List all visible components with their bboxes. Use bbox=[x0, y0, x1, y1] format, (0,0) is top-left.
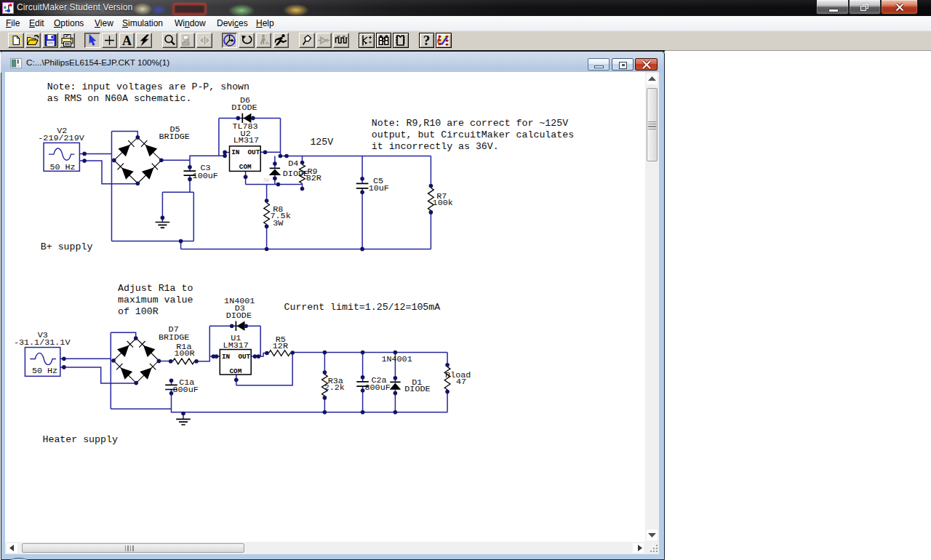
svg-text:D4: D4 bbox=[288, 159, 298, 169]
svg-text:12R: 12R bbox=[273, 341, 288, 351]
svg-text:it incorrectly as 36V.: it incorrectly as 36V. bbox=[372, 141, 499, 152]
svg-text:800uF: 800uF bbox=[365, 383, 391, 393]
svg-text:OUT: OUT bbox=[238, 353, 250, 361]
svg-text:DIODE: DIODE bbox=[226, 311, 252, 321]
svg-text:as RMS on N60A schematic.: as RMS on N60A schematic. bbox=[47, 93, 192, 104]
svg-text:47: 47 bbox=[456, 377, 466, 387]
svg-text:output, but CircuitMaker calcu: output, but CircuitMaker calculates bbox=[372, 129, 574, 140]
svg-text:50 Hz: 50 Hz bbox=[32, 366, 57, 376]
svg-text:-219/219V: -219/219V bbox=[38, 133, 84, 143]
svg-text:-31.1/31.1V: -31.1/31.1V bbox=[14, 337, 71, 348]
svg-text:Current limit=1.25/12=105mA: Current limit=1.25/12=105mA bbox=[284, 302, 441, 313]
svg-text:100k: 100k bbox=[433, 198, 453, 208]
svg-text:DIODE: DIODE bbox=[404, 384, 430, 394]
svg-text:Adjust R1a to: Adjust R1a to bbox=[118, 283, 193, 294]
svg-text:A: A bbox=[122, 33, 132, 47]
svg-text:DIODE: DIODE bbox=[283, 169, 308, 179]
svg-text:Note: R9,R10 are correct for ~: Note: R9,R10 are correct for ~125V bbox=[372, 118, 568, 129]
svg-text:50 Hz: 50 Hz bbox=[49, 162, 75, 172]
svg-text:OUT: OUT bbox=[248, 148, 260, 156]
svg-text:100R: 100R bbox=[174, 348, 194, 359]
svg-text:IN: IN bbox=[222, 353, 230, 361]
svg-text:100uF: 100uF bbox=[193, 171, 218, 181]
svg-text:IN: IN bbox=[231, 148, 239, 156]
svg-text:BRIDGE: BRIDGE bbox=[159, 132, 190, 142]
svg-text:10uF: 10uF bbox=[369, 183, 389, 193]
svg-text:of 100R: of 100R bbox=[118, 306, 159, 317]
svg-text:B+ supply: B+ supply bbox=[41, 241, 93, 252]
svg-text:LM317: LM317 bbox=[233, 135, 259, 145]
svg-text:2.2k: 2.2k bbox=[324, 383, 345, 393]
svg-text:125V: 125V bbox=[310, 137, 333, 148]
svg-text:Heater supply: Heater supply bbox=[43, 434, 118, 445]
svg-text:3W: 3W bbox=[273, 218, 284, 228]
svg-text:COM: COM bbox=[230, 367, 242, 375]
svg-text:COM: COM bbox=[239, 163, 252, 171]
svg-text:82R: 82R bbox=[306, 173, 321, 183]
svg-text:DIODE: DIODE bbox=[231, 103, 257, 113]
svg-text:maximum value: maximum value bbox=[118, 295, 193, 305]
svg-text:800uF: 800uF bbox=[173, 385, 199, 395]
svg-text:LM317: LM317 bbox=[223, 340, 249, 351]
svg-text:1N4001: 1N4001 bbox=[381, 354, 412, 364]
svg-text:?: ? bbox=[423, 33, 431, 47]
svg-text:JW: JW bbox=[263, 177, 270, 183]
svg-text:Note: input voltages are P-P,: Note: input voltages are P-P, shown bbox=[47, 81, 249, 92]
